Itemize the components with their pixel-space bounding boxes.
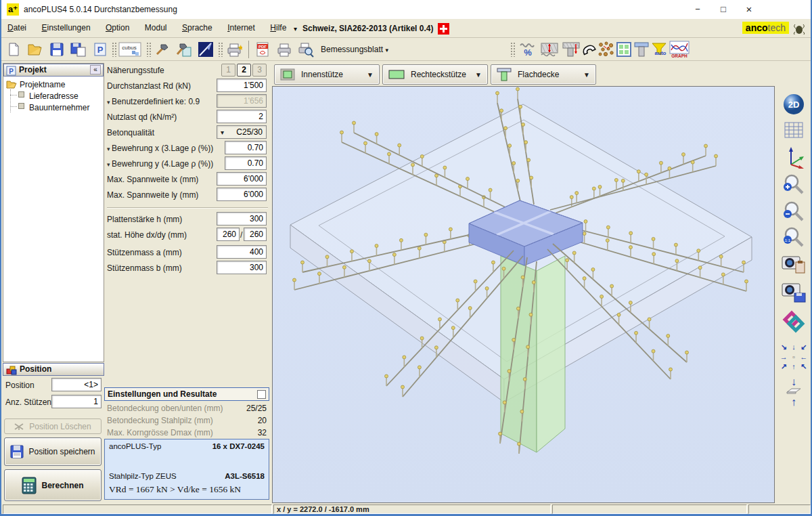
- quick-input-icon[interactable]: [196, 40, 215, 59]
- stuetzenmass-b-label: Stützenmass b (mm): [107, 263, 182, 273]
- spannweite-lx-label: Max. Spannweite lx (mm): [107, 175, 198, 184]
- app-logo-icon: a⁺: [7, 3, 19, 16]
- stufe-1-button[interactable]: 1: [221, 64, 235, 77]
- svg-text:PDF: PDF: [258, 45, 267, 49]
- durchstanzlast-label: Durchstanzlast Rd (kN): [107, 81, 191, 91]
- column-punching-icon[interactable]: [562, 40, 581, 59]
- toolbar-grip[interactable]: [112, 42, 116, 57]
- position-speichern-button[interactable]: Position speichern: [4, 437, 102, 466]
- bewehrung-y-input[interactable]: [225, 156, 267, 170]
- querschnitt-dropdown[interactable]: Rechteckstütze▼: [382, 64, 488, 85]
- berechnen-button[interactable]: Berechnen: [4, 469, 102, 501]
- bewehrung-y-label[interactable]: Bewehrung y (4.Lage ρ (%)): [107, 159, 213, 169]
- stuetzenmass-a-input[interactable]: [217, 245, 267, 259]
- print-preview-icon[interactable]: [296, 40, 315, 59]
- copy-view-icon[interactable]: [781, 253, 807, 276]
- status-bar: x / y = 2272.0 / -1617.0 mm: [1, 504, 811, 515]
- slab-reinforcement-icon[interactable]: [540, 40, 559, 59]
- 2d-view-icon[interactable]: 2D: [782, 93, 805, 116]
- bemessungsblatt-dropdown[interactable]: Bemessungsblatt ▾: [321, 45, 388, 54]
- stuetzentyp-dropdown[interactable]: Innenstütze▼: [274, 64, 380, 85]
- norm-selector[interactable]: ▾Schweiz, SIA262-2013 (Artikel 0.4): [294, 24, 433, 33]
- bug-icon[interactable]: [793, 24, 805, 35]
- cubus-icon[interactable]: cubus: [118, 40, 142, 59]
- bewehrung-x-label[interactable]: Bewehrung x (3.Lage ρ (%)): [107, 144, 213, 153]
- reinforcement-percent-icon[interactable]: %: [518, 40, 537, 59]
- zoom-out-icon[interactable]: [782, 200, 805, 223]
- grid-icon[interactable]: [784, 120, 804, 140]
- save-icon[interactable]: [47, 40, 66, 59]
- toolbar-grip[interactable]: [218, 42, 223, 57]
- graph-icon[interactable]: GRAPH: [669, 40, 690, 59]
- stat-hoehe-dx-input[interactable]: [217, 228, 240, 241]
- results-box: ancoPLUS-Typ 16 x DX7-0245 Stahlpilz-Typ…: [104, 439, 269, 500]
- pan-up-icon[interactable]: ↑: [791, 396, 796, 408]
- toolbar-grip[interactable]: [146, 42, 151, 57]
- rotate-pad-icon[interactable]: ↘↓↙→▫←↗↑↖: [779, 342, 809, 372]
- open-file-icon[interactable]: [26, 40, 45, 59]
- menu-sprache[interactable]: Sprache: [176, 19, 219, 33]
- collapse-panel-button[interactable]: «: [90, 65, 101, 74]
- bewehrung-x-input[interactable]: [225, 141, 267, 154]
- tree-leaf-icon: [18, 103, 24, 109]
- menu-modul[interactable]: Modul: [139, 19, 173, 33]
- print-icon[interactable]: [275, 40, 294, 59]
- benutzerdefiniert-label[interactable]: Benutzerdefiniert ke: 0.9: [107, 97, 200, 106]
- durchstanzlast-input[interactable]: [217, 79, 267, 92]
- delete-x-icon: [14, 423, 24, 431]
- minimize-button[interactable]: −: [686, 0, 709, 18]
- spannweite-lx-input[interactable]: [217, 172, 267, 186]
- tree-item-projektname[interactable]: Projektname: [20, 80, 65, 89]
- aggregate-icon[interactable]: [597, 40, 616, 59]
- position-input[interactable]: [51, 378, 102, 391]
- stahlpilz-typ-label: Stahlpilz-Typ ZEUS: [109, 472, 177, 480]
- form-separator: [107, 207, 268, 208]
- tree-item-lieferadresse[interactable]: Lieferadresse: [29, 91, 78, 101]
- stufe-2-button[interactable]: 2: [237, 64, 251, 77]
- close-button[interactable]: ×: [738, 0, 761, 18]
- pdf-export-icon[interactable]: PDF: [253, 40, 272, 59]
- menu-option[interactable]: Option: [99, 19, 135, 33]
- position-panel-header: Position: [3, 363, 104, 376]
- save-as-icon[interactable]: [69, 40, 88, 59]
- protocol-p-icon[interactable]: P: [91, 40, 110, 59]
- spannweite-ly-input[interactable]: [217, 188, 267, 201]
- zoom-in-icon[interactable]: [782, 173, 805, 196]
- save-view-icon[interactable]: [781, 281, 807, 304]
- stufe-3-button[interactable]: 3: [252, 64, 267, 77]
- plane-icon[interactable]: [785, 387, 803, 395]
- tree-item-bauunternehmer[interactable]: Bauunternehmer: [29, 103, 89, 112]
- calc-hammer-icon[interactable]: [153, 40, 172, 59]
- stuetzenmass-b-input[interactable]: [217, 261, 267, 274]
- svg-text:P: P: [9, 68, 14, 75]
- zoom-reset-icon[interactable]: 1:1: [782, 225, 805, 249]
- new-file-icon[interactable]: [4, 40, 23, 59]
- auto-dimension-icon[interactable]: auto: [650, 40, 669, 59]
- column-icon[interactable]: [632, 40, 651, 59]
- menu-einstellungen[interactable]: Einstellungen: [35, 19, 96, 33]
- renderer-logo-icon[interactable]: [782, 309, 806, 334]
- toolbar-grip[interactable]: [510, 42, 515, 57]
- stat-hoehe-dy-input[interactable]: [244, 228, 267, 241]
- menu-datei[interactable]: Datei: [1, 19, 32, 33]
- calc-edit-hammer-icon[interactable]: [175, 40, 194, 59]
- title-bar: a⁺ ancoPLUS4 5.0.14 Durchstanzbemessung …: [1, 0, 811, 19]
- results-checkbox[interactable]: [257, 390, 266, 399]
- print-wizard-icon[interactable]: ★: [225, 40, 244, 59]
- steel-head-icon[interactable]: [579, 40, 598, 59]
- nutzlast-input[interactable]: [217, 110, 267, 123]
- deckentyp-dropdown[interactable]: Flachdecke▼: [491, 64, 596, 85]
- anz-stuetzen-input[interactable]: [51, 395, 102, 408]
- window-pane-icon[interactable]: [614, 40, 633, 59]
- menu-hilfe[interactable]: Hilfe: [264, 19, 292, 33]
- maximize-button[interactable]: □: [712, 0, 735, 18]
- 3d-viewport[interactable]: [272, 86, 775, 503]
- nutzlast-label: Nutzlast qd (kN/m²): [107, 112, 177, 122]
- chevron-down-icon: ▾: [385, 47, 388, 53]
- axes-icon[interactable]: [783, 146, 805, 169]
- menu-internet[interactable]: Internet: [221, 19, 261, 33]
- betonqualitaet-select[interactable]: C25/30: [217, 125, 267, 139]
- toolbar-separator: [248, 41, 249, 58]
- plattenstaerke-input[interactable]: [217, 212, 267, 225]
- status-section-left: [3, 504, 272, 514]
